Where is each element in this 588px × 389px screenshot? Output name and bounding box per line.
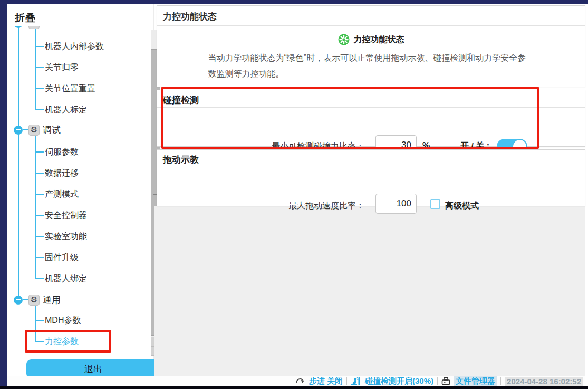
tree-node-label: 调试 <box>43 124 61 136</box>
tree-node-production-test[interactable]: 产测模式 <box>14 187 79 201</box>
tree-node-safety-controller[interactable]: 安全控制器 <box>14 208 87 222</box>
collision-detection-card: 碰撞检测 最小可检测碰撞力比率： % 开 / 关 : <box>157 90 585 147</box>
page-title: 力控功能状态 <box>157 6 585 26</box>
tree-node-label: 通用 <box>43 294 61 306</box>
tree-node-force-control-params[interactable]: 力控参数 <box>14 335 79 348</box>
step-arrow-icon <box>295 377 305 385</box>
tree-connector <box>35 215 44 216</box>
drag-speed-input[interactable] <box>375 194 417 214</box>
tree-node-label: 力控参数 <box>45 336 79 347</box>
tree-node-robot-binding[interactable]: 机器人绑定 <box>14 272 87 286</box>
tree-node-label: 机器人内部参数 <box>45 41 104 52</box>
tree-node-data-migration[interactable]: 数据迁移 <box>14 166 79 180</box>
tree-node-label: 机器人绑定 <box>45 273 87 284</box>
tree-connector <box>35 257 44 258</box>
nav-tree: ⚙ 机器人内部参数 关节归零 关节位置重置 机器人标定 <box>7 26 143 353</box>
window-border-left <box>0 0 7 386</box>
tree-node-lab-functions[interactable]: 实验室功能 <box>14 230 87 243</box>
force-status-title: 力控功能状态 <box>354 34 404 45</box>
tree-node-label: 安全控制器 <box>45 210 87 221</box>
file-manager-button[interactable]: 文件管理器 <box>454 376 497 386</box>
tree-connector <box>35 194 44 195</box>
file-manager-icon <box>441 377 450 385</box>
tree-node-robot-calibration[interactable]: 机器人标定 <box>14 103 87 117</box>
tree-node-joint-position-reset[interactable]: 关节位置重置 <box>14 82 95 96</box>
separator <box>346 377 347 385</box>
tree-node-label: 产测模式 <box>45 189 79 200</box>
tree-node-label: 实验室功能 <box>45 231 87 242</box>
tree-node-firmware-upgrade[interactable]: 固件升级 <box>14 251 79 264</box>
tree-node-label: 机器人标定 <box>45 105 87 116</box>
main-background <box>154 206 585 376</box>
tree-connector <box>35 236 44 237</box>
tree-node-label: 关节归零 <box>45 62 79 73</box>
gear-icon: ⚙ <box>28 295 40 306</box>
gear-icon: ⚙ <box>28 125 40 136</box>
tree-node-label: 固件升级 <box>45 252 79 263</box>
tree-node-general[interactable]: ⚙ 通用 <box>14 293 61 307</box>
status-bar: 步进 关闭 碰撞检测开启(30%) 文件管理器 2 <box>7 376 585 386</box>
sidebar: 折叠 ⚙ 机器人内部参数 关节归零 关节位置重置 <box>7 4 154 376</box>
tree-node-debug[interactable]: ⚙ 调试 <box>14 123 61 137</box>
green-asterisk-icon <box>338 34 350 45</box>
tree-connector <box>35 67 44 68</box>
tree-connector <box>35 151 44 153</box>
tree-connector <box>35 88 44 89</box>
datetime-text: 2024-04-28 16:02:52 <box>505 377 583 386</box>
advanced-mode-checkbox[interactable] <box>430 199 440 209</box>
tree-connector <box>35 46 44 47</box>
minus-circle-icon[interactable] <box>14 26 23 28</box>
tree-node-label: 关节位置重置 <box>45 83 95 94</box>
tree-connector <box>35 173 44 174</box>
separator <box>437 377 438 385</box>
tree-node-robot-internal-params[interactable]: 机器人内部参数 <box>14 40 104 53</box>
force-status-description: 当动力学功能状态为“绿色”时，表示可以正常使用拖动示教、碰撞检测和动力学安全参数… <box>208 50 534 82</box>
separator <box>500 377 501 385</box>
tree-connector <box>23 299 28 300</box>
tree-node-label: MDH参数 <box>45 315 81 326</box>
tree-node-parent-clipped[interactable]: ⚙ <box>14 26 43 30</box>
tree-node-joint-zero[interactable]: 关节归零 <box>14 61 79 74</box>
window-border-bottom <box>0 386 588 389</box>
step-status-text[interactable]: 步进 关闭 <box>309 376 343 386</box>
collision-section-title: 碰撞检测 <box>157 90 585 108</box>
tree-node-mdh-params[interactable]: MDH参数 <box>14 314 81 327</box>
tree-node-servo-params[interactable]: 伺服参数 <box>14 145 79 159</box>
minus-circle-icon[interactable] <box>14 126 23 135</box>
drag-section-title: 拖动示教 <box>157 150 585 167</box>
tree-connector <box>35 278 44 279</box>
drag-speed-label: 最大拖动速度比率： <box>157 201 364 212</box>
tree-connector <box>35 109 44 110</box>
tree-node-label: 数据迁移 <box>45 168 79 179</box>
tree-node-label: 伺服参数 <box>45 147 79 158</box>
sidebar-title: 折叠 <box>15 11 36 25</box>
tree-connector <box>35 320 44 321</box>
window-border-top <box>0 0 588 4</box>
force-status-card: 力控功能状态 力控功能状态 当动力学功能状态为“绿色”时，表示可以正常使用拖动示… <box>157 5 585 87</box>
tree-connector <box>23 129 28 130</box>
drag-teaching-card: 拖动示教 最大拖动速度比率： 高级模式 <box>157 149 585 206</box>
collision-icon <box>351 377 361 386</box>
minus-circle-icon[interactable] <box>14 296 23 305</box>
tree-connector <box>35 341 44 342</box>
gear-icon: ⚙ <box>28 26 40 29</box>
advanced-mode-label: 高级模式 <box>445 201 479 212</box>
collision-status-text[interactable]: 碰撞检测开启(30%) <box>365 376 433 386</box>
